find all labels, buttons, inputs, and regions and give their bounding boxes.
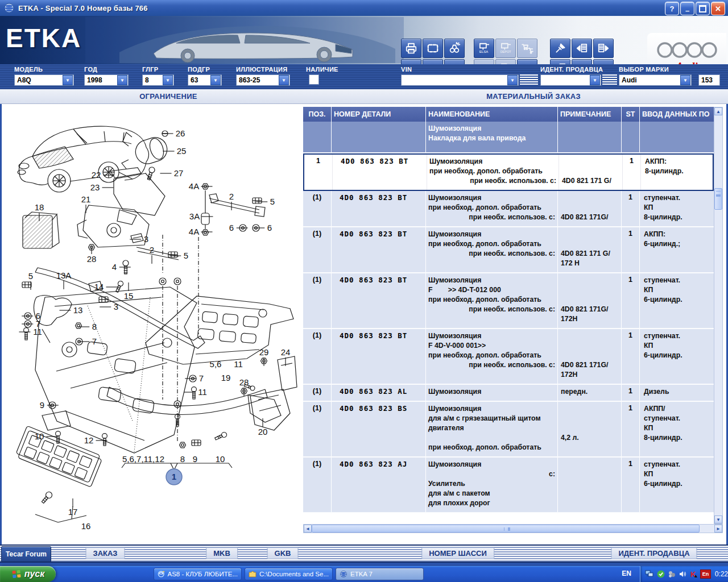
chevron-down-icon[interactable]: ▼ [163,75,173,85]
diagram-callout[interactable]: 11 [234,359,243,369]
help-button[interactable]: ? [665,2,679,15]
volume-icon[interactable] [679,569,687,579]
title-bar[interactable]: ETKA - Special 7.0 Номер базы 766 ? – ✕ [0,0,728,16]
doc-previous-icon[interactable] [572,39,592,58]
dealer-id-button[interactable]: ИДЕНТ. ПРОДАВЦА [611,547,697,559]
diagram-callout[interactable]: 5,6,7,11,12 [122,454,164,464]
security-shield-icon[interactable] [656,569,665,579]
tecar-forum-button[interactable]: Tecar Forum [1,546,51,562]
col-header-note[interactable]: ПРИМЕЧАНИЕ [558,107,622,122]
taskbar-clock[interactable]: 0:22 [715,570,728,578]
diagram-callout[interactable]: 15 [124,291,134,301]
table-row[interactable]: (1)4D0 863 823 BTШумоизоляцияпри необход… [303,191,714,227]
vin-combo[interactable]: ▼ [401,74,519,86]
model-combo[interactable]: A8Q▼ [14,74,74,86]
cart-transfer-icon[interactable] [517,39,537,58]
parts-diagram[interactable]: 262527222321184A253A664A322845513A141531… [2,104,300,543]
task-button-explorer[interactable]: C:\Documents and Se... [245,568,333,580]
diagram-callout[interactable]: 19 [221,373,231,383]
chevron-down-icon[interactable]: ▼ [590,75,600,85]
diagram-callout[interactable]: 7 [199,373,204,383]
diagram-callout[interactable]: 5 [28,271,33,281]
availability-checkbox[interactable] [309,74,319,85]
diagram-callout[interactable]: 6 [267,223,272,232]
col-header-pos[interactable]: ПОЗ. [303,107,332,122]
diagram-callout[interactable]: 3A [189,211,200,221]
diagram-callout[interactable]: 21 [81,194,91,204]
diagram-callout[interactable]: 18 [35,202,44,212]
horizontal-scroll-thumb[interactable] [312,525,700,533]
minimize-button[interactable]: – [680,2,694,15]
diagram-callout[interactable]: 2 [229,192,234,201]
chevron-down-icon[interactable]: ▼ [210,75,221,85]
chevron-down-icon[interactable]: ▼ [117,75,127,85]
diagram-callout[interactable]: 8 [92,322,97,331]
diagram-callout[interactable]: 29 [259,347,269,357]
diagram-callout[interactable]: 28 [239,377,249,387]
diagram-callout[interactable]: 7 [92,336,97,346]
diagram-callout[interactable]: 2 [150,245,154,255]
restriction-header[interactable]: ОГРАНИЧЕНИЕ [139,92,197,101]
start-button[interactable]: пуск [0,566,56,582]
diagram-callout[interactable]: 3 [114,302,118,311]
diagram-callout[interactable]: 5 [184,251,188,260]
col-header-data-entry[interactable]: ВВОД ДАННЫХ ПО [640,107,714,122]
illustration-combo[interactable]: 863-25▼ [236,74,290,86]
table-row[interactable]: (1)4D0 863 823 BSШумоизоляциядля а/м с г… [303,402,714,458]
elsa-terminal-icon[interactable]: ELSA [474,39,494,58]
chevron-down-icon[interactable]: ▼ [507,75,518,85]
chevron-down-icon[interactable]: ▼ [63,75,73,85]
preview-frame-icon[interactable] [423,39,443,58]
diagram-callout[interactable]: 28 [87,254,97,264]
diagram-callout[interactable]: 16 [81,521,91,531]
maximize-button[interactable] [696,2,710,15]
vertical-scroll-thumb[interactable] [714,188,722,210]
table-row[interactable]: (1)4D0 863 823 BTШумоизоляцияF >> 4D-T-0… [303,273,714,329]
brand-combo[interactable]: Audi▼ [619,74,692,86]
diagram-callout[interactable]: 10 [216,454,225,464]
diagram-callout[interactable]: 12 [84,435,94,445]
table-row[interactable]: (1)4D0 863 823 ALШумоизоляцияпередн.1Диз… [303,385,714,402]
doc-next-icon[interactable] [593,39,614,58]
diagram-callout[interactable]: 26 [176,128,185,138]
scroll-left-icon[interactable]: ◄ [304,525,312,533]
diagram-callout[interactable]: 13 [73,305,83,315]
scheduler-icon[interactable] [667,569,676,579]
diagram-callout[interactable]: 10 [35,431,44,441]
diagram-callout[interactable]: 14 [94,282,104,292]
year-combo[interactable]: 1998▼ [84,74,129,86]
diagram-callout[interactable]: 22 [92,170,101,180]
diagram-callout[interactable]: 3 [144,234,148,244]
diagram-callout[interactable]: 17 [68,507,78,517]
material-order-header[interactable]: МАТЕРИАЛЬНЫЙ ЗАКАЗ [486,92,581,101]
task-button-browser[interactable]: AS8 - КЛУБ ЛЮБИТЕ... [154,568,242,580]
mkb-button[interactable]: MKB [206,547,238,559]
diagram-callout[interactable]: 11 [198,387,207,397]
diagram-callout[interactable]: 13A [56,271,72,280]
pin-icon[interactable] [550,39,570,58]
network-monitors-icon[interactable] [645,569,654,579]
diagram-callout[interactable]: 9 [40,400,44,410]
diagram-callout[interactable]: 11 [33,327,42,336]
table-row[interactable]: (1)4D0 863 823 BTШумоизоляцияпри необход… [303,227,714,273]
col-header-name[interactable]: НАИМЕНОВАНИЕ [426,107,558,122]
diagram-callout[interactable]: 23 [90,182,100,192]
order-button[interactable]: ЗАКАЗ [86,547,125,559]
gkb-button[interactable]: GKB [267,547,299,559]
diagram-callout[interactable]: 5 [270,197,275,206]
diagram-callout[interactable]: 4A [189,181,199,191]
kaspersky-icon[interactable]: K [689,569,698,579]
diagram-callout[interactable]: 27 [174,168,184,178]
chevron-down-icon[interactable]: ▼ [279,75,289,85]
diagram-callout[interactable]: 24 [281,347,291,357]
close-button[interactable]: ✕ [711,2,725,15]
subgroup-combo[interactable]: 63▼ [188,74,222,86]
diagram-callout[interactable]: 20 [258,427,268,436]
chevron-down-icon[interactable]: ▼ [680,75,690,85]
table-horizontal-scrollbar[interactable]: ◄ ► [303,524,723,533]
table-row[interactable]: 14D0 863 823 BTШумоизоляцияпри необход. … [303,153,714,191]
diagram-callout[interactable]: 5,6 [210,359,222,369]
diagram-callout[interactable]: 25 [177,146,187,156]
diagram-callout[interactable]: 6 [229,223,234,232]
col-header-st[interactable]: ST [622,107,640,122]
